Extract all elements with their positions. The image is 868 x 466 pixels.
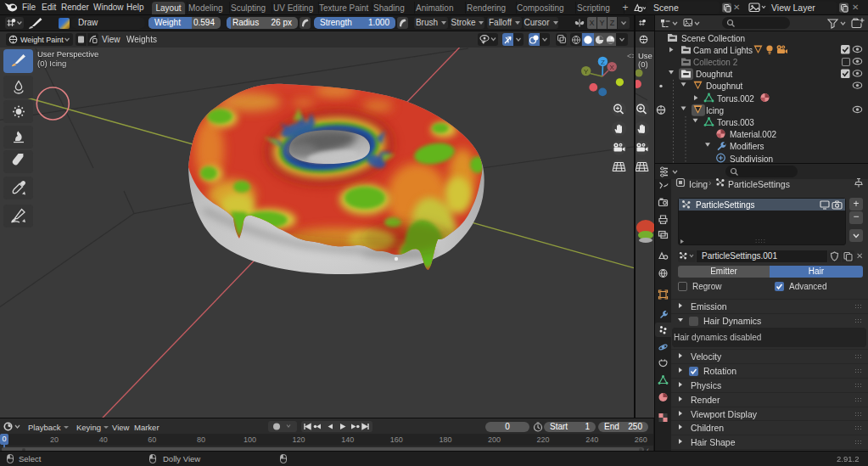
- svg-text:X: X: [610, 64, 615, 71]
- svg-text:Doughnut: Doughnut: [706, 81, 743, 91]
- svg-text:Icing: Icing: [706, 106, 724, 115]
- svg-text:Modifiers: Modifiers: [730, 142, 764, 151]
- svg-text:Torus.003: Torus.003: [717, 118, 754, 127]
- svg-text:Y: Y: [584, 68, 589, 76]
- svg-text:Material.002: Material.002: [730, 130, 776, 139]
- svg-text:<>: <>: [627, 52, 634, 60]
- svg-text:Cam and Lights: Cam and Lights: [693, 46, 753, 55]
- svg-text:Subdivision: Subdivision: [730, 154, 773, 164]
- svg-text:Scene Collection: Scene Collection: [681, 34, 745, 43]
- svg-text:Doughnut: Doughnut: [696, 70, 733, 79]
- svg-text:Torus.002: Torus.002: [717, 94, 754, 104]
- svg-text:Collection 2: Collection 2: [693, 58, 738, 67]
- svg-text:Z: Z: [601, 59, 605, 66]
